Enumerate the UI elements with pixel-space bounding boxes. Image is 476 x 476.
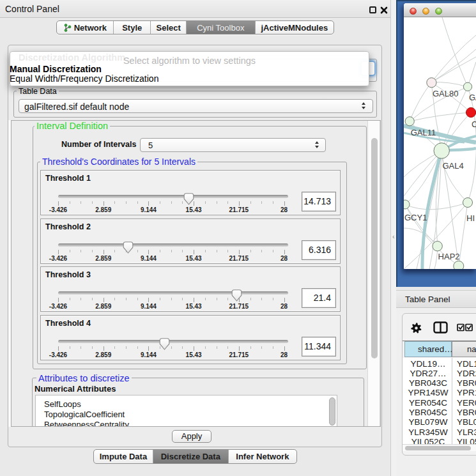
svg-text:HI: HI bbox=[466, 213, 475, 223]
svg-text:CR: CR bbox=[472, 119, 476, 129]
svg-text:GCY1: GCY1 bbox=[404, 213, 427, 222]
svg-text:GAL4: GAL4 bbox=[443, 161, 464, 171]
svg-text:GA: GA bbox=[469, 93, 476, 102]
svg-text:GAL80: GAL80 bbox=[433, 89, 458, 98]
svg-text:HAP2: HAP2 bbox=[438, 252, 460, 261]
svg-text:GAL11: GAL11 bbox=[411, 128, 436, 137]
